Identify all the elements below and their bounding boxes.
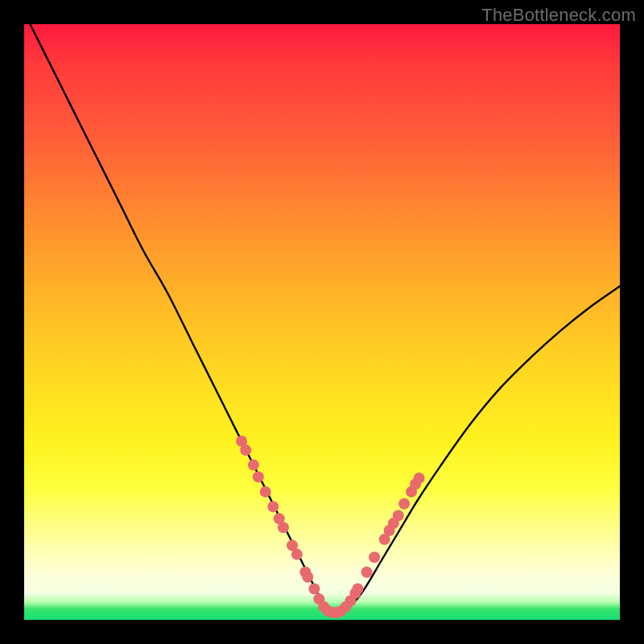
marker-dot	[248, 460, 259, 471]
marker-dot	[260, 486, 271, 497]
marker-dot	[393, 510, 404, 522]
chart-frame: TheBottleneck.com	[0, 0, 644, 644]
marker-dot	[302, 572, 313, 583]
marker-dot	[240, 444, 251, 456]
marker-dot	[253, 471, 264, 482]
marker-dot	[291, 549, 303, 560]
marker-dot	[352, 584, 363, 595]
marker-dot	[361, 567, 373, 578]
highlight-markers	[236, 436, 425, 618]
marker-dot	[369, 551, 380, 563]
plot-area	[24, 24, 620, 620]
watermark-text: TheBottleneck.com	[481, 5, 636, 26]
marker-dot	[308, 584, 320, 595]
marker-dot	[414, 473, 425, 484]
marker-dot	[398, 498, 410, 510]
bottleneck-curve	[30, 24, 620, 614]
chart-svg	[24, 24, 620, 620]
marker-dot	[278, 522, 289, 533]
marker-dot	[267, 501, 279, 512]
